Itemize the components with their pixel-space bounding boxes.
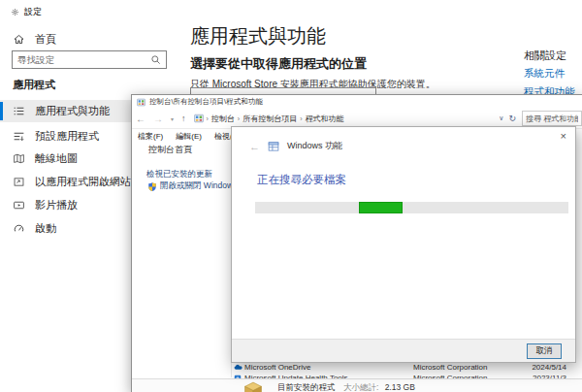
- table-row-onedrive[interactable]: Microsoft OneDrive Microsoft Corporation…: [232, 363, 582, 374]
- breadcrumb-separator: ›: [207, 115, 209, 122]
- forward-icon[interactable]: →: [149, 114, 167, 124]
- close-icon[interactable]: ×: [561, 131, 566, 142]
- control-panel-search-box: [522, 111, 582, 126]
- apps-features-icon: [13, 105, 25, 117]
- settings-search-box: [12, 50, 167, 69]
- windows-features-icon: [268, 141, 279, 152]
- address-combo-icon[interactable]: ∨: [499, 114, 503, 122]
- back-icon[interactable]: ←: [132, 114, 149, 124]
- dialog-status-text: 正在搜尋必要檔案: [257, 173, 346, 187]
- sidebar-section-label: 應用程式: [13, 78, 55, 92]
- video-playback-icon: [13, 199, 25, 212]
- control-panel-search-input[interactable]: [523, 114, 581, 123]
- breadcrumb-separator: ›: [238, 115, 240, 122]
- up-icon[interactable]: ↑: [178, 114, 190, 123]
- status-text: 目前安裝的程式 大小總計: 2.13 GB: [277, 382, 415, 392]
- settings-search-input[interactable]: [13, 54, 150, 65]
- default-apps-icon: [13, 130, 25, 143]
- window-title: 控制台\所有控制台項目\程式和功能: [149, 97, 263, 107]
- task-view-installed-updates[interactable]: 檢視已安裝的更新: [146, 169, 212, 180]
- related-settings-heading: 相關設定: [524, 49, 566, 63]
- breadcrumb-item-programs-features[interactable]: 程式和功能: [306, 114, 344, 124]
- installed-programs-icon: [242, 380, 264, 392]
- status-bar: 目前安裝的程式 大小總計: 2.13 GB: [132, 378, 582, 392]
- onedrive-icon: [234, 364, 242, 371]
- control-panel-icon: [137, 98, 146, 107]
- cancel-button[interactable]: 取消: [527, 343, 562, 359]
- settings-title: 設定: [24, 6, 42, 18]
- task-control-panel-home[interactable]: 控制台首頁: [148, 144, 192, 156]
- page-title: 應用程式與功能: [190, 23, 326, 49]
- dialog-footer: 取消: [232, 339, 575, 362]
- gear-icon: [11, 8, 19, 16]
- progress-indicator: [359, 202, 403, 213]
- section-heading: 選擇要從中取得應用程式的位置: [190, 55, 367, 73]
- windows-features-dialog: × ← Windows 功能 正在搜尋必要檔案 取消: [231, 126, 576, 363]
- sidebar-item-home[interactable]: 首頁: [13, 32, 56, 47]
- startup-icon: [13, 222, 25, 235]
- address-controls: ∨ ↻: [499, 114, 516, 123]
- offline-maps-icon: [13, 152, 25, 165]
- control-panel-icon: [194, 114, 204, 123]
- dialog-header: ← Windows 功能: [249, 140, 342, 152]
- menu-file[interactable]: 檔案(F): [138, 131, 163, 142]
- screen: 設定 首頁 應用程式 應用程式與功能 預設應用程式 離線地圖 以應用程式開啟網站: [0, 0, 582, 392]
- breadcrumb-item-control-panel[interactable]: 控制台: [211, 114, 235, 124]
- websites-icon: [13, 176, 25, 188]
- breadcrumb: › 控制台 › 所有控制台項目 › 程式和功能: [194, 114, 344, 124]
- home-icon: [13, 33, 25, 46]
- control-panel-titlebar: 控制台\所有控制台項目\程式和功能: [132, 95, 582, 109]
- breadcrumb-item-all-items[interactable]: 所有控制台項目: [242, 114, 297, 124]
- menu-edit[interactable]: 編輯(E): [176, 131, 202, 142]
- settings-titlebar: 設定: [11, 6, 42, 18]
- link-system-components[interactable]: 系統元件: [524, 67, 565, 81]
- search-icon: [150, 54, 161, 65]
- dialog-back-icon[interactable]: ←: [249, 141, 260, 152]
- uac-shield-icon: [147, 181, 157, 192]
- refresh-icon[interactable]: ↻: [508, 114, 516, 123]
- history-dropdown-icon[interactable]: ▾: [167, 115, 178, 122]
- dialog-title: Windows 功能: [287, 140, 342, 152]
- progress-bar: [255, 202, 568, 213]
- breadcrumb-separator: ›: [300, 115, 302, 122]
